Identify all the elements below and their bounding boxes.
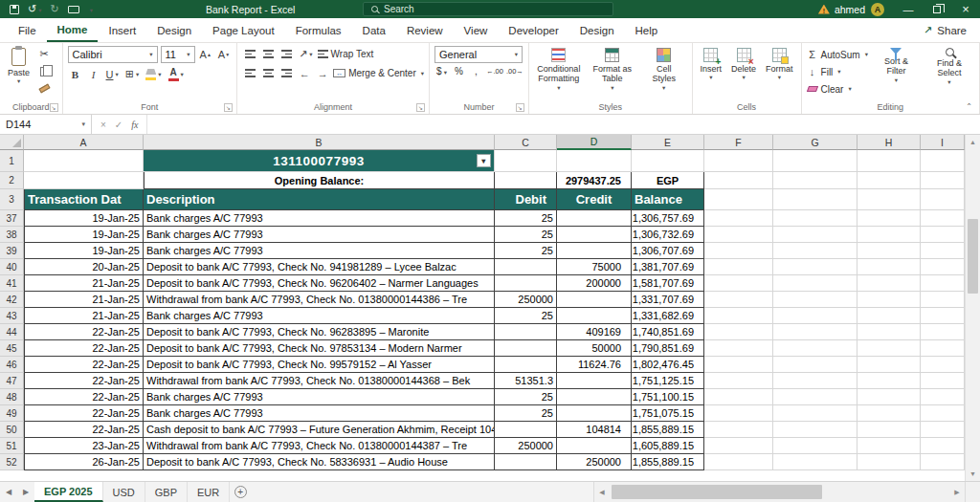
cell-credit[interactable]: 250000 xyxy=(557,454,632,470)
cell-empty[interactable] xyxy=(704,259,773,275)
touch-mode-icon[interactable] xyxy=(68,6,79,13)
cell-balance[interactable]: 1,802,476.45 xyxy=(632,357,704,373)
cell-empty[interactable] xyxy=(921,405,965,422)
cell-empty[interactable] xyxy=(773,357,858,373)
format-as-table-button[interactable]: Format as Table xyxy=(588,46,637,93)
column-header[interactable]: H xyxy=(858,135,921,150)
account-number-banner[interactable]: 131100077993 xyxy=(144,150,495,172)
cell-empty[interactable] xyxy=(773,405,858,422)
cell-balance[interactable]: 1,331,707.69 xyxy=(632,292,704,308)
close-button[interactable]: × xyxy=(951,0,980,18)
header-balance[interactable]: Balance xyxy=(632,189,704,210)
find-select-button[interactable]: Find & Select xyxy=(924,46,974,87)
delete-cells-button[interactable]: Delete xyxy=(728,46,759,83)
row-number[interactable]: 52 xyxy=(0,454,24,470)
cell-empty[interactable] xyxy=(858,389,921,405)
cell-empty[interactable] xyxy=(24,150,144,172)
cell-date[interactable]: 22-Jan-25 xyxy=(24,373,144,389)
cell-debit[interactable] xyxy=(495,324,557,340)
cell-credit[interactable] xyxy=(557,373,632,389)
cell-empty[interactable] xyxy=(773,227,858,243)
cell-balance[interactable]: 1,306,707.69 xyxy=(632,243,704,259)
redo-icon[interactable]: ↻ xyxy=(50,4,58,14)
italic-button[interactable]: I xyxy=(86,66,101,82)
cell-empty[interactable] xyxy=(773,373,858,389)
ribbon-tab[interactable]: Home xyxy=(47,18,99,42)
formula-input[interactable] xyxy=(147,115,980,134)
cell-date[interactable]: 19-Jan-25 xyxy=(24,243,144,259)
cell-empty[interactable] xyxy=(704,438,773,454)
cell-empty[interactable] xyxy=(921,324,965,340)
column-header[interactable]: F xyxy=(704,135,773,150)
cell-empty[interactable] xyxy=(858,259,921,275)
merge-center-button[interactable]: ↔Merge & Center xyxy=(333,68,424,78)
ribbon-tab[interactable]: Formulas xyxy=(285,18,352,42)
number-format-select[interactable]: General xyxy=(434,46,523,63)
cell-empty[interactable] xyxy=(24,172,144,189)
percent-style-icon[interactable]: % xyxy=(452,66,466,76)
customize-quick-access-icon[interactable] xyxy=(88,4,93,14)
horizontal-scrollbar-thumb[interactable] xyxy=(612,485,822,499)
copy-icon[interactable] xyxy=(36,63,52,79)
font-dialog-launcher-icon[interactable]: ↘ xyxy=(224,103,233,112)
cell-empty[interactable] xyxy=(921,227,965,243)
font-color-icon[interactable]: A xyxy=(167,66,186,82)
conditional-formatting-button[interactable]: Conditional Formatting xyxy=(534,46,584,93)
cell-credit[interactable] xyxy=(557,405,632,422)
cell-empty[interactable] xyxy=(921,357,965,373)
cell-empty[interactable] xyxy=(858,227,921,243)
cell-credit[interactable] xyxy=(557,210,632,227)
cell-empty[interactable] xyxy=(858,373,921,389)
align-middle-icon[interactable] xyxy=(260,46,276,62)
column-header[interactable]: B xyxy=(144,135,495,150)
cell-date[interactable]: 21-Jan-25 xyxy=(24,275,144,292)
row-number[interactable]: 44 xyxy=(0,324,24,340)
cell-empty[interactable] xyxy=(773,189,858,210)
cell-date[interactable]: 22-Jan-25 xyxy=(24,324,144,340)
restore-button[interactable] xyxy=(923,0,951,18)
cell-balance[interactable]: 1,751,075.15 xyxy=(632,405,704,422)
account-filter-dropdown-icon[interactable] xyxy=(477,154,491,167)
row-number[interactable]: 51 xyxy=(0,438,24,454)
cell-credit[interactable] xyxy=(557,227,632,243)
cell-date[interactable]: 21-Jan-25 xyxy=(24,292,144,308)
save-icon[interactable] xyxy=(10,5,19,14)
align-left-icon[interactable] xyxy=(242,65,257,81)
cell-empty[interactable] xyxy=(704,210,773,227)
alignment-dialog-launcher-icon[interactable]: ↘ xyxy=(416,103,425,112)
cell-date[interactable]: 19-Jan-25 xyxy=(24,227,144,243)
font-size-select[interactable]: 11 xyxy=(161,46,195,63)
row-number[interactable]: 47 xyxy=(0,373,24,389)
row-number[interactable]: 46 xyxy=(0,357,24,373)
cell-credit[interactable]: 75000 xyxy=(557,259,632,275)
insert-cells-button[interactable]: Insert xyxy=(698,46,725,83)
cell-empty[interactable] xyxy=(858,150,921,172)
column-header[interactable]: C xyxy=(495,135,557,150)
cell-debit[interactable]: 25 xyxy=(495,243,557,259)
cell-empty[interactable] xyxy=(858,275,921,292)
cell-empty[interactable] xyxy=(704,308,773,324)
row-number[interactable]: 49 xyxy=(0,405,24,422)
row-number[interactable]: 38 xyxy=(0,227,24,243)
wrap-text-button[interactable]: Wrap Text xyxy=(318,49,374,59)
cell-empty[interactable] xyxy=(704,405,773,422)
scroll-left-icon[interactable]: ◀ xyxy=(594,482,610,502)
cell-balance[interactable]: 1,306,757.69 xyxy=(632,210,704,227)
cell-balance[interactable]: 1,751,100.15 xyxy=(632,389,704,405)
scroll-right-icon[interactable]: ▶ xyxy=(949,482,965,502)
column-header[interactable]: G xyxy=(773,135,858,150)
cell-balance[interactable]: 1,740,851.69 xyxy=(632,324,704,340)
row-number[interactable]: 39 xyxy=(0,243,24,259)
vertical-scrollbar-thumb[interactable] xyxy=(968,219,978,294)
cell-description[interactable]: Bank charges A/C 77993 xyxy=(144,389,495,405)
cell-debit[interactable] xyxy=(495,259,557,275)
ribbon-tab[interactable]: Data xyxy=(352,18,396,42)
vertical-scrollbar[interactable]: ▲ ▼ xyxy=(965,135,980,481)
cell-empty[interactable] xyxy=(921,189,965,210)
search-box[interactable]: Search xyxy=(363,2,613,16)
ribbon-tab[interactable]: Design xyxy=(569,18,625,42)
ribbon-tab[interactable]: Insert xyxy=(98,18,146,42)
cell-description[interactable]: Cash deposit to bank A/C 77993 – Future … xyxy=(144,422,495,438)
bold-button[interactable]: B xyxy=(68,66,83,82)
cell-date[interactable]: 23-Jan-25 xyxy=(24,438,144,454)
